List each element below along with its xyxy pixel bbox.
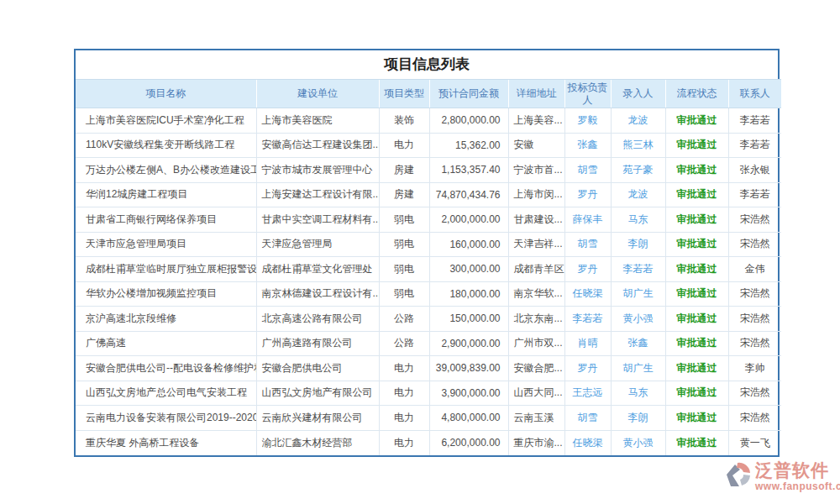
cell-status[interactable]: 审批通过 (665, 281, 728, 307)
cell-type: 电力 (379, 381, 429, 406)
cell-recorder[interactable]: 胡广生 (611, 356, 665, 381)
cell-bidder[interactable]: 薛保丰 (564, 207, 611, 233)
cell-recorder[interactable]: 马东 (611, 381, 665, 406)
column-header-type: 项目类型 (379, 80, 429, 108)
table-row[interactable]: 云南电力设备安装有限公司2019--2020年...云南欣兴建材有限公司电力4,… (76, 406, 781, 431)
cell-unit: 天津应急管理局 (256, 232, 379, 257)
table-row[interactable]: 万达办公楼左侧A、B办公楼改造建设工程宁波市城市发展管理中心房建1,153,35… (76, 158, 781, 183)
page-title: 项目信息列表 (76, 50, 778, 79)
cell-recorder[interactable]: 胡广生 (611, 281, 665, 307)
cell-bidder[interactable]: 任晓渠 (564, 281, 611, 307)
cell-status[interactable]: 审批通过 (665, 182, 728, 207)
cell-name: 110kV安徽线程集变开断线路工程 (76, 133, 256, 158)
cell-contact: 金伟 (728, 257, 781, 282)
cell-recorder[interactable]: 熊三林 (611, 133, 665, 158)
cell-recorder[interactable]: 马东 (611, 207, 665, 233)
cell-status[interactable]: 审批通过 (665, 430, 728, 455)
cell-recorder[interactable]: 张鑫 (611, 331, 665, 356)
cell-address: 云南玉溪 (508, 406, 564, 431)
cell-contact: 宋浩然 (728, 406, 781, 431)
table-row[interactable]: 成都杜甫草堂临时展厅独立展柜报警设备...成都杜甫草堂文化管理处弱电300,00… (76, 257, 781, 282)
brand-url[interactable]: www.fanpusoft.com (755, 480, 840, 492)
cell-address: 广州市双... (508, 331, 564, 356)
cell-recorder[interactable]: 龙波 (611, 182, 665, 207)
cell-name: 安徽合肥供电公司--配电设备检修维护和... (76, 356, 256, 381)
table-row[interactable]: 110kV安徽线程集变开断线路工程安徽高信达工程建设集团...电力15,362.… (76, 133, 781, 158)
cell-contact: 宋浩然 (728, 381, 781, 406)
cell-address: 上海美容... (508, 108, 564, 134)
cell-recorder[interactable]: 李朗 (611, 406, 665, 431)
cell-name: 华润12城房建工程项目 (76, 182, 256, 207)
cell-status[interactable]: 审批通过 (665, 232, 728, 257)
footer-brand: 泛普软件 www.fanpusoft.com (726, 460, 840, 492)
cell-address: 重庆市渝... (508, 430, 564, 455)
cell-recorder[interactable]: 苑子豪 (611, 158, 665, 183)
cell-bidder[interactable]: 罗丹 (564, 257, 611, 282)
cell-bidder[interactable]: 张鑫 (564, 133, 611, 158)
cell-amount: 39,009,839.00 (429, 356, 508, 381)
cell-status[interactable]: 审批通过 (665, 133, 728, 158)
cell-type: 弱电 (379, 232, 429, 257)
cell-address: 天津吉祥... (508, 232, 564, 257)
cell-recorder[interactable]: 龙波 (611, 108, 665, 134)
cell-contact: 李若若 (728, 182, 781, 207)
column-header-contact: 联系人 (728, 80, 781, 108)
cell-bidder[interactable]: 罗丹 (564, 356, 611, 381)
table-row[interactable]: 安徽合肥供电公司--配电设备检修维护和...安徽合肥供电公司电力39,009,8… (76, 356, 781, 381)
cell-address: 宁波市首... (508, 158, 564, 183)
cell-recorder[interactable]: 黄小强 (611, 430, 665, 455)
cell-recorder[interactable]: 黄小强 (611, 307, 665, 332)
cell-status[interactable]: 审批通过 (665, 307, 728, 332)
cell-amount: 180,000.00 (429, 281, 508, 307)
cell-amount: 300,000.00 (429, 257, 508, 282)
cell-bidder[interactable]: 胡雪 (564, 158, 611, 183)
table-row[interactable]: 甘肃省工商银行网络保养项目甘肃中实空调工程材料有...弱电2,000,000.0… (76, 207, 781, 233)
cell-bidder[interactable]: 李若若 (564, 307, 611, 332)
cell-address: 成都青羊区 (508, 257, 564, 282)
cell-contact: 黄一飞 (728, 430, 781, 455)
table-row[interactable]: 华软办公楼增加视频监控项目南京林德建设工程设计有...弱电180,000.00南… (76, 281, 781, 307)
table-header-row: 项目名称 建设单位 项目类型 预计合同金额 详细地址 投标负责人 录入人 流程状… (76, 80, 781, 108)
cell-status[interactable]: 审批通过 (665, 108, 728, 134)
cell-status[interactable]: 审批通过 (665, 158, 728, 183)
cell-bidder[interactable]: 罗毅 (564, 108, 611, 134)
cell-address: 上海市闵... (508, 182, 564, 207)
table-row[interactable]: 京沪高速北京段维修北京高速公路有限公司公路150,000.00北京东南...李若… (76, 307, 781, 332)
cell-name: 重庆华夏 外高桥工程设备 (76, 430, 256, 455)
cell-unit: 南京林德建设工程设计有... (256, 281, 379, 307)
cell-unit: 渝北汇鑫木材经营部 (256, 430, 379, 455)
cell-bidder[interactable]: 王志远 (564, 381, 611, 406)
fanpu-logo-icon (726, 460, 753, 491)
cell-status[interactable]: 审批通过 (665, 331, 728, 356)
table-row[interactable]: 重庆华夏 外高桥工程设备渝北汇鑫木材经营部电力6,200,000.00重庆市渝.… (76, 430, 781, 455)
cell-status[interactable]: 审批通过 (665, 381, 728, 406)
column-header-amount: 预计合同金额 (429, 80, 508, 108)
cell-contact: 宋浩然 (728, 232, 781, 257)
cell-bidder[interactable]: 胡雪 (564, 232, 611, 257)
cell-status[interactable]: 审批通过 (665, 257, 728, 282)
cell-recorder[interactable]: 李若若 (611, 257, 665, 282)
cell-name: 甘肃省工商银行网络保养项目 (76, 207, 256, 233)
table-row[interactable]: 上海市美容医院ICU手术室净化工程上海市美容医院装饰2,800,000.00上海… (76, 108, 781, 134)
column-header-recorder: 录入人 (611, 80, 665, 108)
column-header-name: 项目名称 (76, 80, 256, 108)
cell-type: 公路 (379, 307, 429, 332)
table-row[interactable]: 山西弘文房地产总公司电气安装工程山西弘文房地产有限公司电力3,900,000.0… (76, 381, 781, 406)
cell-status[interactable]: 审批通过 (665, 356, 728, 381)
cell-status[interactable]: 审批通过 (665, 207, 728, 233)
table-row[interactable]: 华润12城房建工程项目上海安建达工程设计有限...房建74,870,434.76… (76, 182, 781, 207)
cell-bidder[interactable]: 胡雪 (564, 406, 611, 431)
table-row[interactable]: 天津市应急管理局项目天津应急管理局弱电160,000.00天津吉祥...胡雪李朗… (76, 232, 781, 257)
cell-recorder[interactable]: 李朗 (611, 232, 665, 257)
cell-unit: 山西弘文房地产有限公司 (256, 381, 379, 406)
cell-unit: 北京高速公路有限公司 (256, 307, 379, 332)
cell-type: 公路 (379, 331, 429, 356)
cell-bidder[interactable]: 任晓渠 (564, 430, 611, 455)
project-table: 项目名称 建设单位 项目类型 预计合同金额 详细地址 投标负责人 录入人 流程状… (76, 79, 781, 455)
cell-bidder[interactable]: 罗丹 (564, 182, 611, 207)
cell-type: 装饰 (379, 108, 429, 134)
cell-bidder[interactable]: 肖晴 (564, 331, 611, 356)
column-header-unit: 建设单位 (256, 80, 379, 108)
table-row[interactable]: 广佛高速广州高速路有限公司公路2,900,000.00广州市双...肖晴张鑫审批… (76, 331, 781, 356)
cell-status[interactable]: 审批通过 (665, 406, 728, 431)
